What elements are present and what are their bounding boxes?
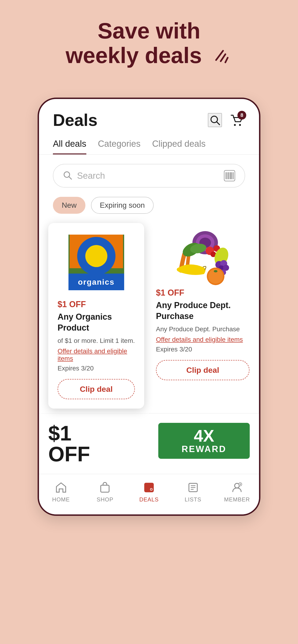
svg-line-8 xyxy=(69,177,72,179)
nav-item-lists[interactable]: LISTS xyxy=(171,481,215,503)
svg-point-5 xyxy=(234,124,236,126)
svg-rect-35 xyxy=(144,483,154,492)
lists-icon xyxy=(187,481,200,494)
bottom-card-dollar-off: $1 OFF xyxy=(39,413,149,474)
reward-badge: 4X REWARD xyxy=(158,423,250,459)
app-title: Deals xyxy=(53,110,98,130)
header-icons: 8 xyxy=(208,112,245,128)
svg-line-4 xyxy=(216,122,219,125)
organics-clip-button[interactable]: Clip deal xyxy=(58,379,135,399)
search-icon xyxy=(63,170,72,181)
svg-rect-12 xyxy=(228,172,229,179)
svg-point-6 xyxy=(239,124,241,126)
tab-clipped-deals[interactable]: Clipped deals xyxy=(152,139,205,154)
bottom-nav: HOME SHOP DEALS xyxy=(39,474,259,514)
shop-icon xyxy=(98,481,111,494)
barcode-icon[interactable] xyxy=(224,170,235,182)
hero-section: Save with weekly deals xyxy=(66,18,232,72)
deal-card-produce: $1 OFF Any Produce Dept. Purchase Any Pr… xyxy=(149,221,259,413)
deals-icon xyxy=(143,481,155,494)
produce-image xyxy=(156,228,249,288)
svg-rect-15 xyxy=(232,172,232,179)
hero-title: Save with weekly deals xyxy=(66,18,232,69)
nav-item-member[interactable]: MEMBER xyxy=(215,481,259,503)
tab-categories[interactable]: Categories xyxy=(98,139,141,154)
dollar-amount: 1 xyxy=(60,422,72,445)
produce-link[interactable]: Offer details and eligible items xyxy=(156,336,249,343)
organics-name: Any Organics Product xyxy=(58,312,135,333)
tabs-bar: All deals Categories Clipped deals xyxy=(39,130,259,154)
lists-label: LISTS xyxy=(185,496,201,503)
dollar-off-display: $1 OFF xyxy=(48,423,140,464)
chip-new[interactable]: New xyxy=(53,197,85,214)
bottom-card-reward: 4X REWARD xyxy=(149,413,259,474)
chip-expiring-soon[interactable]: Expiring soon xyxy=(91,197,154,214)
search-bar[interactable]: Search xyxy=(53,164,245,188)
organics-link[interactable]: Offer details and eligible items xyxy=(58,348,135,362)
reward-multiplier: 4X xyxy=(163,428,245,444)
app-header: Deals 8 xyxy=(39,99,259,130)
shop-label: SHOP xyxy=(97,496,113,503)
search-placeholder: Search xyxy=(77,171,219,181)
hero-title-line1: Save with xyxy=(98,18,200,43)
bottom-cards-row: $1 OFF 4X REWARD xyxy=(39,413,259,474)
deals-label: DEALS xyxy=(139,496,159,503)
cart-badge: 8 xyxy=(237,111,246,120)
nav-item-shop[interactable]: SHOP xyxy=(83,481,127,503)
off-text: OFF xyxy=(48,442,90,466)
produce-clip-button[interactable]: Clip deal xyxy=(156,360,249,380)
svg-line-2 xyxy=(225,58,228,62)
svg-rect-34 xyxy=(101,485,109,492)
dollar-sign: $ xyxy=(48,422,60,445)
hero-title-line2: weekly deals xyxy=(66,43,202,68)
member-label: MEMBER xyxy=(224,496,250,503)
filter-chips: New Expiring soon xyxy=(39,197,259,214)
deals-grid: organics $1 OFF Any Organics Product of … xyxy=(39,221,259,413)
produce-name: Any Produce Dept. Purchase xyxy=(156,300,249,322)
svg-rect-14 xyxy=(230,172,232,179)
home-label: HOME xyxy=(52,496,70,503)
svg-rect-13 xyxy=(229,172,230,179)
home-icon xyxy=(55,481,68,494)
sparkle-decoration xyxy=(211,45,232,69)
phone-container: Deals 8 All deals Categories Clipped dea… xyxy=(38,98,260,516)
svg-rect-11 xyxy=(227,172,227,179)
cart-button[interactable]: 8 xyxy=(229,112,245,128)
organics-text: organics xyxy=(78,278,115,286)
tab-all-deals[interactable]: All deals xyxy=(53,139,86,154)
produce-desc: Any Produce Dept. Purchase xyxy=(156,324,249,334)
nav-item-deals[interactable]: DEALS xyxy=(127,481,171,503)
nav-item-home[interactable]: HOME xyxy=(39,481,83,503)
organics-discount: $1 OFF xyxy=(58,300,135,309)
svg-rect-16 xyxy=(233,172,234,179)
organics-expiry: Expires 3/20 xyxy=(58,365,135,372)
svg-point-33 xyxy=(214,270,217,272)
search-icon-button[interactable] xyxy=(208,113,222,127)
reward-label: REWARD xyxy=(163,444,245,454)
deal-card-organics: organics $1 OFF Any Organics Product of … xyxy=(48,223,144,409)
produce-expiry: Expires 3/20 xyxy=(156,346,249,353)
svg-line-1 xyxy=(221,54,225,61)
member-icon xyxy=(230,481,243,494)
organics-logo: organics xyxy=(69,234,124,290)
svg-rect-10 xyxy=(226,172,226,179)
organics-desc: of $1 or more. Limit 1 item. xyxy=(58,336,135,345)
produce-discount: $1 OFF xyxy=(156,288,249,298)
organics-logo-image: organics xyxy=(58,232,135,292)
